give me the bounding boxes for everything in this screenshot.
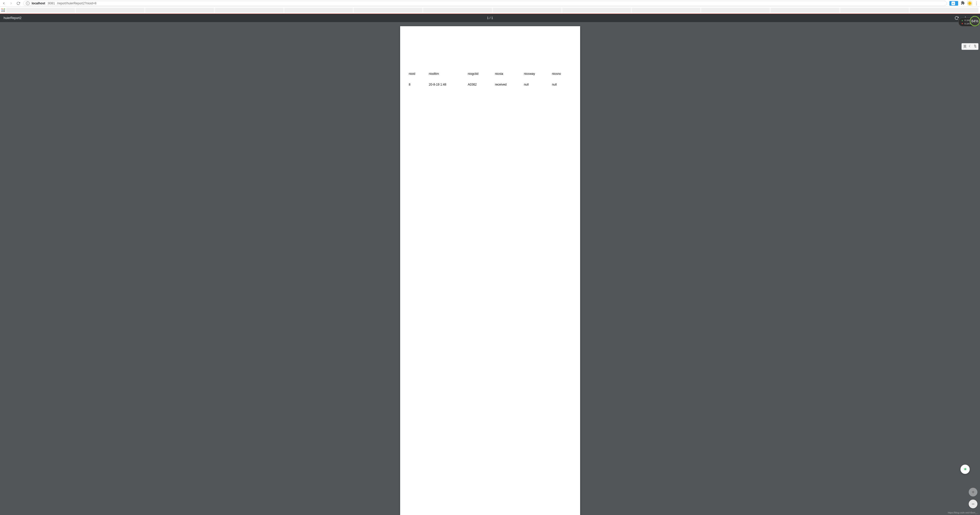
col-niogctid: niogctid [465,70,492,79]
zoom-out-button[interactable]: − [969,499,977,508]
page-indicator: 1 / 1 [487,16,493,20]
url-host: localhost [32,2,45,5]
bookmark-bar [0,7,980,14]
minus-icon: − [972,501,975,507]
apps-icon[interactable] [2,8,5,12]
percent-widget[interactable]: 84% [970,16,980,26]
pdf-viewer-area[interactable]: nioid niodttm niogctid niosta niosway ni… [0,22,980,515]
ime-settings-icon[interactable]: ⇅ [974,44,977,49]
col-nioid: nioid [406,70,426,79]
watermark-text: https://blog.csdn.net/Albert_... [948,512,978,514]
cell-nioid: 8 [406,79,426,89]
cell-niogctid: A0362 [465,79,492,89]
url-port: :8081 [47,2,55,5]
zoom-controls: + − [969,488,977,508]
bookmarks-blurred [6,8,978,13]
reload-button[interactable] [16,1,21,6]
address-bar[interactable]: i localhost:8081/report/huierReport2?nio… [23,1,947,6]
arrow-up-icon: ▲ [961,19,964,22]
col-niosway: niosway [521,70,549,79]
site-info-icon[interactable]: i [26,2,30,5]
pdf-title: huierReport2 [3,16,21,20]
extensions-icon[interactable] [961,1,965,6]
col-niosno: niosno [549,70,574,79]
cell-niodttm: 20-8-19 1:48 [426,79,465,89]
extension-badge[interactable]: ∞ [950,1,958,6]
ime-moon-icon[interactable]: ☾ [969,44,972,49]
report-table: nioid niodttm niogctid niosta niosway ni… [406,70,574,89]
pdf-toolbar: huierReport2 1 / 1 [0,14,980,22]
ime-lang-icon[interactable]: 英 [963,44,967,49]
percent-value: 84% [971,19,978,23]
evernote-button[interactable]: ✶ [961,464,970,474]
zoom-in-button[interactable]: + [969,488,977,496]
col-niodttm: niodttm [426,70,465,79]
table-row: 8 20-8-19 1:48 A0362 received null null [406,79,574,89]
plus-icon: + [972,489,975,495]
browser-menu-icon[interactable]: ⋮ [975,1,978,6]
cell-niosno: null [549,79,574,89]
cell-niosway: null [521,79,549,89]
profile-avatar-icon[interactable] [967,1,972,6]
browser-toolbar: i localhost:8081/report/huierReport2?nio… [0,0,980,7]
arrow-down-icon: ▼ [961,22,964,25]
forward-button[interactable] [9,1,13,6]
toolbar-right: ∞ ⋮ [950,1,978,6]
back-button[interactable] [2,1,6,6]
table-header-row: nioid niodttm niogctid niosta niosway ni… [406,70,574,79]
rotate-icon[interactable] [954,16,959,20]
col-niosta: niosta [492,70,521,79]
infinity-icon: ∞ [951,2,955,5]
evernote-icon: ✶ [963,466,967,472]
cell-niosta: received [492,79,521,89]
pdf-page: nioid niodttm niogctid niosta niosway ni… [400,26,580,515]
ime-toolbar[interactable]: 英 ☾ ⇅ [961,43,978,50]
url-path: /report/huierReport2?nioid=8 [57,2,96,5]
